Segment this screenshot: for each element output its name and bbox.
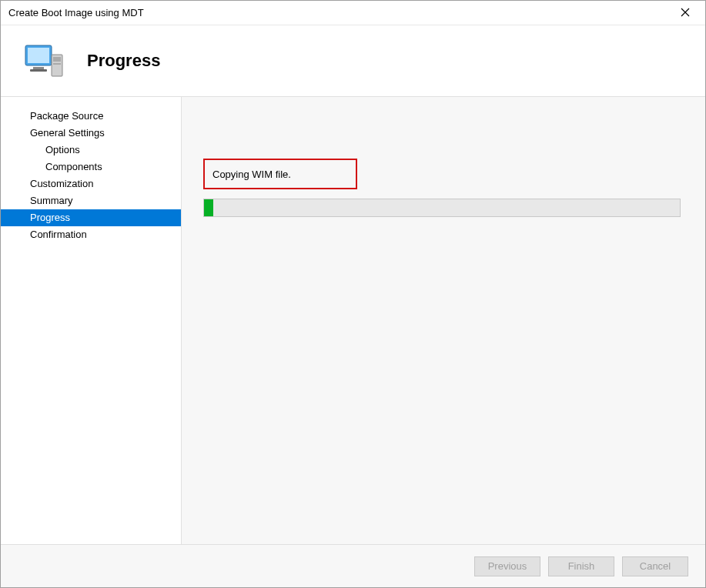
svg-rect-6 (53, 63, 61, 65)
svg-rect-3 (30, 69, 47, 72)
sidebar-item-confirmation[interactable]: Confirmation (1, 226, 181, 243)
sidebar-item-customization[interactable]: Customization (1, 175, 181, 192)
status-highlight-box: Copying WIM file. (203, 159, 357, 189)
cancel-button[interactable]: Cancel (622, 556, 688, 576)
page-title: Progress (87, 51, 160, 71)
sidebar-item-components[interactable]: Components (1, 159, 181, 175)
sidebar-item-options[interactable]: Options (1, 142, 181, 159)
progress-bar (203, 199, 681, 217)
computer-icon (22, 39, 65, 82)
wizard-window: Create Boot Image using MDT Progress Pac… (0, 0, 706, 588)
close-icon (681, 6, 690, 20)
window-title: Create Boot Image using MDT (8, 7, 144, 18)
sidebar-item-package-source[interactable]: Package Source (1, 108, 181, 125)
wizard-body: Package Source General Settings Options … (1, 97, 705, 544)
previous-button[interactable]: Previous (474, 556, 540, 576)
svg-rect-1 (28, 48, 49, 63)
progress-bar-fill (204, 199, 213, 216)
svg-rect-5 (53, 57, 61, 62)
wizard-steps-sidebar: Package Source General Settings Options … (1, 97, 182, 544)
sidebar-item-progress[interactable]: Progress (1, 209, 181, 226)
wizard-header: Progress (1, 25, 705, 97)
close-button[interactable] (670, 2, 701, 24)
wizard-footer: Previous Finish Cancel (1, 544, 705, 587)
sidebar-item-general-settings[interactable]: General Settings (1, 125, 181, 142)
svg-rect-2 (33, 67, 44, 69)
sidebar-item-summary[interactable]: Summary (1, 192, 181, 209)
wizard-content: Copying WIM file. (182, 97, 705, 544)
titlebar: Create Boot Image using MDT (1, 1, 705, 25)
finish-button[interactable]: Finish (548, 556, 614, 576)
progress-status-text: Copying WIM file. (212, 169, 291, 180)
